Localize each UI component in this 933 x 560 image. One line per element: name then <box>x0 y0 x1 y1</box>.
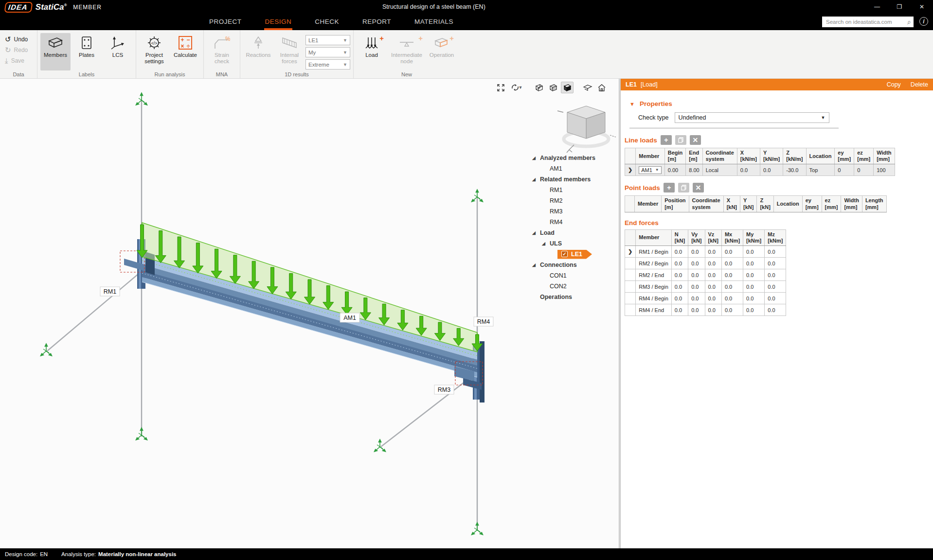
table-cell: 0.0 <box>688 281 705 293</box>
close-button[interactable]: ✕ <box>911 0 933 14</box>
chevron-down-icon: ▼ <box>821 115 825 120</box>
home-view-icon[interactable] <box>595 82 608 93</box>
search-icon[interactable]: ⌕ <box>907 18 911 26</box>
table-cell: Local <box>702 164 737 176</box>
check-type-select[interactable]: Undefined ▼ <box>675 112 829 123</box>
chevron-down-icon[interactable]: ▼ <box>519 85 523 90</box>
solid-view-icon[interactable] <box>561 82 574 93</box>
tree-item-le1[interactable]: ✓LE1 <box>529 249 613 260</box>
row-selector[interactable] <box>625 281 636 293</box>
svg-text:−: − <box>186 36 190 43</box>
tree-item-operations[interactable]: Operations <box>529 292 613 302</box>
tree-item-rm2[interactable]: RM2 <box>529 195 613 206</box>
table-row[interactable]: ❯RM1 / Begin0.00.00.00.00.00.0 <box>625 246 786 258</box>
design-code-value: EN <box>40 551 48 557</box>
menu-tab-design[interactable]: DESIGN <box>264 14 293 30</box>
clipping-view-icon[interactable] <box>581 82 594 93</box>
row-selector[interactable] <box>625 293 636 304</box>
member-label-rm4[interactable]: RM4 <box>474 317 493 326</box>
info-icon[interactable]: i <box>919 17 928 26</box>
model-3d-viewport[interactable]: ▼ <box>0 79 619 548</box>
members-button[interactable]: Members <box>40 33 71 70</box>
table-cell: 0.0 <box>688 304 705 316</box>
view-cube[interactable] <box>557 106 616 153</box>
minimize-button[interactable]: — <box>866 0 888 14</box>
search-box[interactable]: ⌕ <box>822 17 914 27</box>
tree-item-con1[interactable]: CON1 <box>529 270 613 281</box>
transparent-view-icon[interactable] <box>547 82 559 93</box>
tree-item-am1[interactable]: AM1 <box>529 163 613 174</box>
intermediate-node-icon <box>398 35 415 51</box>
table-row[interactable]: RM2 / Begin0.00.00.00.00.00.0 <box>625 258 786 269</box>
tree-item-label: Load <box>540 229 555 236</box>
calculate-button[interactable]: +−×÷ Calculate <box>170 33 200 70</box>
tree-item-rm4[interactable]: RM4 <box>529 217 613 228</box>
svg-text:</>: </> <box>151 41 157 46</box>
load-case-checkbox[interactable]: ✓ <box>561 251 568 257</box>
row-selector[interactable] <box>625 304 636 316</box>
tree-item-label: Operations <box>540 294 572 300</box>
diagonal-member-rm1[interactable] <box>47 268 145 351</box>
tree-item-connections[interactable]: ◢Connections <box>529 260 613 270</box>
maximize-button[interactable]: ❐ <box>888 0 911 14</box>
project-settings-button[interactable]: </> Project settings <box>139 33 169 70</box>
copy-button[interactable]: Copy <box>887 81 901 88</box>
wireframe-view-icon[interactable] <box>533 82 545 93</box>
new-load-button[interactable]: + Load <box>357 33 387 70</box>
table-cell: 0.0 <box>743 269 765 281</box>
load-effect-select[interactable]: LE1▼ <box>305 35 350 45</box>
tree-item-uls[interactable]: ◢ULS <box>529 238 613 249</box>
row-selector[interactable]: ❯ <box>625 164 636 176</box>
extreme-select[interactable]: Extreme▼ <box>305 59 350 70</box>
table-cell: 0.0 <box>671 258 688 269</box>
add-point-load-button[interactable]: + <box>664 183 675 192</box>
tree-item-related-members[interactable]: ◢Related members <box>529 174 613 185</box>
row-selector[interactable] <box>625 258 636 269</box>
end-forces-title: End forces <box>625 219 659 227</box>
table-row[interactable]: RM4 / Begin0.00.00.00.00.00.0 <box>625 293 786 304</box>
line-loads-title: Line loads <box>625 137 657 144</box>
add-line-load-button[interactable]: + <box>661 135 672 145</box>
delete-line-load-button[interactable]: ✕ <box>690 135 701 145</box>
undo-button[interactable]: ↺Undo <box>3 35 34 44</box>
tree-expander-icon[interactable]: ◢ <box>532 262 536 267</box>
menu-tab-project[interactable]: PROJECT <box>208 14 243 30</box>
table-row[interactable]: RM3 / Begin0.00.00.00.00.00.0 <box>625 281 786 293</box>
tree-expander-icon[interactable]: ◢ <box>532 156 536 160</box>
column-header: Z[kN/m] <box>783 148 806 164</box>
model-3d-scene[interactable]: RM1 AM1 RM4 RM3 <box>0 79 619 548</box>
plates-button[interactable]: Plates <box>72 33 102 70</box>
tree-item-load[interactable]: ◢Load <box>529 228 613 238</box>
tree-item-con2[interactable]: CON2 <box>529 281 613 292</box>
lcs-button[interactable]: LCS <box>103 33 133 70</box>
member-label-am1[interactable]: AM1 <box>340 313 359 322</box>
menu-tab-check[interactable]: CHECK <box>314 14 340 30</box>
chevron-down-icon: ▼ <box>343 62 347 67</box>
svg-text:×: × <box>180 43 184 50</box>
component-select[interactable]: My▼ <box>305 47 350 57</box>
delete-button[interactable]: Delete <box>911 81 928 88</box>
tree-expander-icon[interactable]: ◢ <box>532 177 536 182</box>
member-select[interactable]: AM1 ▼ <box>639 166 662 174</box>
table-row[interactable]: RM2 / End0.00.00.00.00.00.0 <box>625 269 786 281</box>
search-input[interactable] <box>826 19 907 25</box>
member-label-rm3[interactable]: RM3 <box>434 385 454 394</box>
save-button: ⤓Save <box>3 56 34 65</box>
tree-item-analyzed-members[interactable]: ◢Analyzed members <box>529 153 613 163</box>
row-selector[interactable]: ❯ <box>625 246 636 258</box>
tree-item-rm1[interactable]: RM1 <box>529 185 613 195</box>
row-selector[interactable] <box>625 269 636 281</box>
delete-point-load-button[interactable]: ✕ <box>693 183 704 192</box>
column-header <box>625 229 636 245</box>
fit-view-icon[interactable] <box>494 82 507 93</box>
menu-tab-materials[interactable]: MATERIALS <box>413 14 454 30</box>
table-row[interactable]: RM4 / End0.00.00.00.00.00.0 <box>625 304 786 316</box>
member-label-rm1[interactable]: RM1 <box>100 287 120 296</box>
collapse-triangle-icon[interactable]: ▼ <box>629 101 635 107</box>
tree-expander-icon[interactable]: ◢ <box>542 241 545 246</box>
table-row[interactable]: ❯AM1 ▼0.008.00Local0.00.0-30.0Top00100 <box>625 164 895 176</box>
menu-tab-report[interactable]: REPORT <box>361 14 392 30</box>
tree-item-rm3[interactable]: RM3 <box>529 206 613 217</box>
tree-expander-icon[interactable]: ◢ <box>532 230 536 235</box>
rotate-view-icon[interactable]: ▼ <box>508 82 525 93</box>
